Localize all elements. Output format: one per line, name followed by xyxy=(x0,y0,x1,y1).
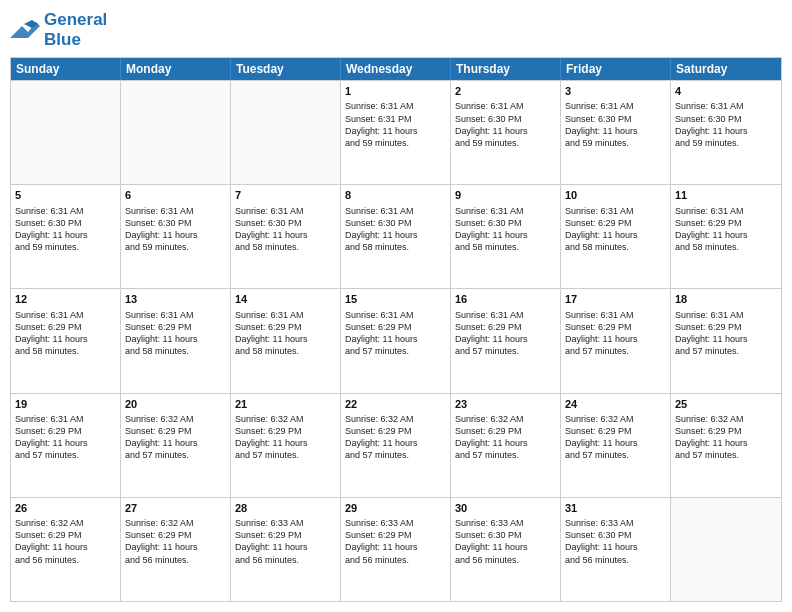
header-day-thursday: Thursday xyxy=(451,58,561,80)
header-day-tuesday: Tuesday xyxy=(231,58,341,80)
day-number: 18 xyxy=(675,292,777,306)
day-info: Sunrise: 6:31 AM Sunset: 6:29 PM Dayligh… xyxy=(15,309,116,358)
day-info: Sunrise: 6:31 AM Sunset: 6:29 PM Dayligh… xyxy=(15,413,116,462)
day-cell-25: 25Sunrise: 6:32 AM Sunset: 6:29 PM Dayli… xyxy=(671,394,781,497)
logo-general: General xyxy=(44,10,107,29)
day-info: Sunrise: 6:31 AM Sunset: 6:29 PM Dayligh… xyxy=(675,205,777,254)
day-cell-6: 6Sunrise: 6:31 AM Sunset: 6:30 PM Daylig… xyxy=(121,185,231,288)
page: General Blue SundayMondayTuesdayWednesda… xyxy=(0,0,792,612)
day-info: Sunrise: 6:32 AM Sunset: 6:29 PM Dayligh… xyxy=(565,413,666,462)
day-info: Sunrise: 6:31 AM Sunset: 6:29 PM Dayligh… xyxy=(565,205,666,254)
day-cell-27: 27Sunrise: 6:32 AM Sunset: 6:29 PM Dayli… xyxy=(121,498,231,601)
header-day-saturday: Saturday xyxy=(671,58,781,80)
day-number: 7 xyxy=(235,188,336,202)
day-info: Sunrise: 6:31 AM Sunset: 6:29 PM Dayligh… xyxy=(235,309,336,358)
day-info: Sunrise: 6:33 AM Sunset: 6:29 PM Dayligh… xyxy=(235,517,336,566)
day-number: 29 xyxy=(345,501,446,515)
empty-cell-0-2 xyxy=(231,81,341,184)
day-info: Sunrise: 6:31 AM Sunset: 6:29 PM Dayligh… xyxy=(565,309,666,358)
day-number: 21 xyxy=(235,397,336,411)
day-info: Sunrise: 6:32 AM Sunset: 6:29 PM Dayligh… xyxy=(125,413,226,462)
calendar: SundayMondayTuesdayWednesdayThursdayFrid… xyxy=(10,57,782,602)
header-day-friday: Friday xyxy=(561,58,671,80)
day-info: Sunrise: 6:31 AM Sunset: 6:29 PM Dayligh… xyxy=(345,309,446,358)
header: General Blue xyxy=(10,10,782,49)
day-cell-8: 8Sunrise: 6:31 AM Sunset: 6:30 PM Daylig… xyxy=(341,185,451,288)
day-cell-16: 16Sunrise: 6:31 AM Sunset: 6:29 PM Dayli… xyxy=(451,289,561,392)
day-number: 9 xyxy=(455,188,556,202)
day-number: 8 xyxy=(345,188,446,202)
day-number: 11 xyxy=(675,188,777,202)
day-cell-9: 9Sunrise: 6:31 AM Sunset: 6:30 PM Daylig… xyxy=(451,185,561,288)
day-info: Sunrise: 6:33 AM Sunset: 6:29 PM Dayligh… xyxy=(345,517,446,566)
day-number: 19 xyxy=(15,397,116,411)
day-info: Sunrise: 6:33 AM Sunset: 6:30 PM Dayligh… xyxy=(455,517,556,566)
day-number: 16 xyxy=(455,292,556,306)
day-cell-29: 29Sunrise: 6:33 AM Sunset: 6:29 PM Dayli… xyxy=(341,498,451,601)
day-number: 24 xyxy=(565,397,666,411)
header-day-wednesday: Wednesday xyxy=(341,58,451,80)
day-info: Sunrise: 6:31 AM Sunset: 6:30 PM Dayligh… xyxy=(455,205,556,254)
day-info: Sunrise: 6:31 AM Sunset: 6:30 PM Dayligh… xyxy=(15,205,116,254)
day-info: Sunrise: 6:32 AM Sunset: 6:29 PM Dayligh… xyxy=(675,413,777,462)
day-cell-22: 22Sunrise: 6:32 AM Sunset: 6:29 PM Dayli… xyxy=(341,394,451,497)
day-info: Sunrise: 6:32 AM Sunset: 6:29 PM Dayligh… xyxy=(235,413,336,462)
day-info: Sunrise: 6:31 AM Sunset: 6:30 PM Dayligh… xyxy=(125,205,226,254)
header-day-sunday: Sunday xyxy=(11,58,121,80)
day-info: Sunrise: 6:31 AM Sunset: 6:29 PM Dayligh… xyxy=(455,309,556,358)
day-number: 17 xyxy=(565,292,666,306)
header-day-monday: Monday xyxy=(121,58,231,80)
day-info: Sunrise: 6:31 AM Sunset: 6:30 PM Dayligh… xyxy=(235,205,336,254)
day-info: Sunrise: 6:31 AM Sunset: 6:30 PM Dayligh… xyxy=(455,100,556,149)
day-number: 23 xyxy=(455,397,556,411)
day-cell-12: 12Sunrise: 6:31 AM Sunset: 6:29 PM Dayli… xyxy=(11,289,121,392)
day-number: 2 xyxy=(455,84,556,98)
empty-cell-4-6 xyxy=(671,498,781,601)
logo-icon xyxy=(10,18,40,42)
logo: General Blue xyxy=(10,10,107,49)
empty-cell-0-1 xyxy=(121,81,231,184)
day-number: 26 xyxy=(15,501,116,515)
day-info: Sunrise: 6:31 AM Sunset: 6:29 PM Dayligh… xyxy=(675,309,777,358)
day-info: Sunrise: 6:31 AM Sunset: 6:30 PM Dayligh… xyxy=(345,205,446,254)
day-number: 31 xyxy=(565,501,666,515)
logo-text: General Blue xyxy=(44,10,107,49)
day-cell-28: 28Sunrise: 6:33 AM Sunset: 6:29 PM Dayli… xyxy=(231,498,341,601)
day-cell-30: 30Sunrise: 6:33 AM Sunset: 6:30 PM Dayli… xyxy=(451,498,561,601)
day-number: 27 xyxy=(125,501,226,515)
day-info: Sunrise: 6:31 AM Sunset: 6:31 PM Dayligh… xyxy=(345,100,446,149)
day-cell-5: 5Sunrise: 6:31 AM Sunset: 6:30 PM Daylig… xyxy=(11,185,121,288)
day-number: 5 xyxy=(15,188,116,202)
day-cell-10: 10Sunrise: 6:31 AM Sunset: 6:29 PM Dayli… xyxy=(561,185,671,288)
day-cell-4: 4Sunrise: 6:31 AM Sunset: 6:30 PM Daylig… xyxy=(671,81,781,184)
day-cell-26: 26Sunrise: 6:32 AM Sunset: 6:29 PM Dayli… xyxy=(11,498,121,601)
calendar-row-1: 5Sunrise: 6:31 AM Sunset: 6:30 PM Daylig… xyxy=(11,184,781,288)
calendar-row-2: 12Sunrise: 6:31 AM Sunset: 6:29 PM Dayli… xyxy=(11,288,781,392)
day-cell-1: 1Sunrise: 6:31 AM Sunset: 6:31 PM Daylig… xyxy=(341,81,451,184)
day-cell-11: 11Sunrise: 6:31 AM Sunset: 6:29 PM Dayli… xyxy=(671,185,781,288)
day-number: 6 xyxy=(125,188,226,202)
day-cell-24: 24Sunrise: 6:32 AM Sunset: 6:29 PM Dayli… xyxy=(561,394,671,497)
day-number: 1 xyxy=(345,84,446,98)
day-number: 4 xyxy=(675,84,777,98)
day-number: 15 xyxy=(345,292,446,306)
calendar-header: SundayMondayTuesdayWednesdayThursdayFrid… xyxy=(11,58,781,80)
logo-blue: Blue xyxy=(44,30,107,50)
day-cell-19: 19Sunrise: 6:31 AM Sunset: 6:29 PM Dayli… xyxy=(11,394,121,497)
day-number: 14 xyxy=(235,292,336,306)
day-cell-15: 15Sunrise: 6:31 AM Sunset: 6:29 PM Dayli… xyxy=(341,289,451,392)
day-number: 30 xyxy=(455,501,556,515)
day-number: 13 xyxy=(125,292,226,306)
day-cell-2: 2Sunrise: 6:31 AM Sunset: 6:30 PM Daylig… xyxy=(451,81,561,184)
day-info: Sunrise: 6:32 AM Sunset: 6:29 PM Dayligh… xyxy=(15,517,116,566)
day-cell-3: 3Sunrise: 6:31 AM Sunset: 6:30 PM Daylig… xyxy=(561,81,671,184)
calendar-row-4: 26Sunrise: 6:32 AM Sunset: 6:29 PM Dayli… xyxy=(11,497,781,601)
day-info: Sunrise: 6:31 AM Sunset: 6:30 PM Dayligh… xyxy=(565,100,666,149)
day-info: Sunrise: 6:33 AM Sunset: 6:30 PM Dayligh… xyxy=(565,517,666,566)
calendar-body: 1Sunrise: 6:31 AM Sunset: 6:31 PM Daylig… xyxy=(11,80,781,601)
day-cell-20: 20Sunrise: 6:32 AM Sunset: 6:29 PM Dayli… xyxy=(121,394,231,497)
day-cell-31: 31Sunrise: 6:33 AM Sunset: 6:30 PM Dayli… xyxy=(561,498,671,601)
day-cell-21: 21Sunrise: 6:32 AM Sunset: 6:29 PM Dayli… xyxy=(231,394,341,497)
calendar-row-3: 19Sunrise: 6:31 AM Sunset: 6:29 PM Dayli… xyxy=(11,393,781,497)
day-number: 20 xyxy=(125,397,226,411)
